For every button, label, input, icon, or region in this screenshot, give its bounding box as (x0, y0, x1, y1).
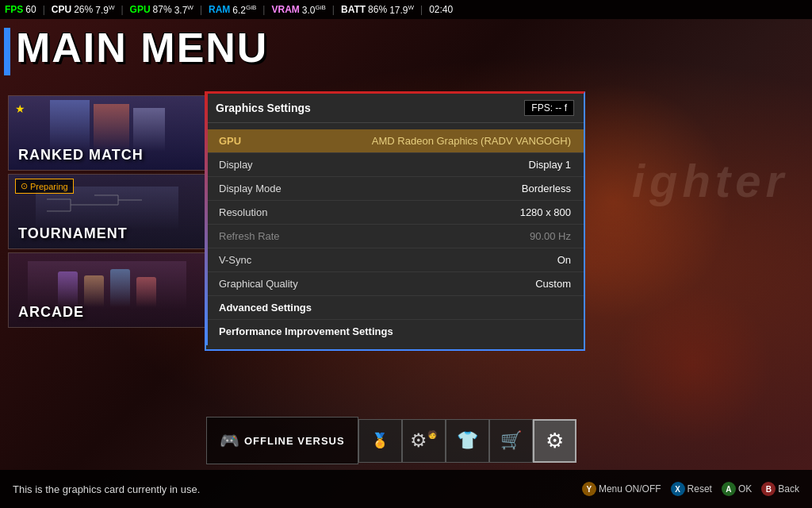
vsync-label: V-Sync (219, 254, 557, 266)
status-text: This is the graphics card currently in u… (13, 483, 200, 495)
shop-icon: 🛒 (500, 430, 522, 451)
gpu-pct: 87% (153, 4, 172, 15)
nav-icon-tournament[interactable]: 🏅 (358, 419, 402, 463)
performance-settings-label: Performance Improvement Settings (219, 325, 571, 337)
fps-value: 60 (25, 4, 36, 15)
ranked-icon: ★ (15, 102, 25, 115)
tournament-label: TOURNAMENT (18, 225, 128, 242)
nav-icon-settings[interactable]: ⚙ (533, 419, 576, 463)
hud-sep-3: | (200, 4, 202, 15)
cpu-label: CPU (52, 4, 71, 15)
arcade-label: ARCADE (18, 304, 84, 321)
nav-icon-customize[interactable]: ⚙🧑 (402, 419, 446, 463)
display-mode-value: Borderless (522, 183, 571, 194)
hud-batt-group: BATT 86% 17.9W (341, 4, 414, 16)
display-mode-label: Display Mode (219, 183, 522, 194)
settings-row-refresh-rate: Refresh Rate 90.00 Hz (206, 225, 584, 248)
gpu-watts: 3.7W (174, 4, 193, 16)
refresh-rate-value: 90.00 Hz (530, 230, 571, 242)
gpu-row-value: AMD Radeon Graphics (RADV VANGOGH) (372, 135, 571, 147)
settings-row-graphical-quality[interactable]: Graphical Quality Custom (206, 272, 584, 296)
graphical-quality-label: Graphical Quality (219, 278, 535, 290)
ranked-characters (9, 96, 205, 152)
hud-sep-5: | (332, 4, 335, 15)
settings-icon: ⚙ (546, 429, 564, 453)
left-menu: ★ RANKED MATCH ⊙ (8, 24, 206, 468)
hud-fps-group: FPS 60 (5, 4, 36, 15)
controller-icon: 🎮 (220, 431, 239, 450)
hud-gpu-group: GPU 87% 3.7W (130, 4, 193, 16)
nav-icon-costume[interactable]: 👕 (446, 419, 489, 463)
dialog-header: Graphics Settings FPS: -- f (206, 94, 584, 123)
fps-badge: FPS: -- f (524, 100, 574, 116)
batt-pct: 86% (368, 4, 387, 15)
vram-val: 3.0GiB (302, 4, 326, 16)
nav-item-offline-versus[interactable]: 🎮 OFFLINE VERSUS (206, 417, 358, 464)
tournament-icon: 🏅 (371, 432, 389, 449)
bottom-nav: 🎮 OFFLINE VERSUS 🏅 ⚙🧑 👕 🛒 ⚙ (206, 413, 812, 468)
settings-row-display[interactable]: Display Display 1 (206, 153, 584, 177)
b-button: B (761, 482, 776, 496)
batt-label: BATT (341, 4, 366, 15)
preparing-badge: ⊙ Preparing (15, 178, 74, 197)
gpu-row-label: GPU (219, 135, 372, 147)
hint-y: Y Menu ON/OFF (582, 482, 661, 496)
vram-label: VRAM (271, 4, 299, 15)
offline-versus-label: OFFLINE VERSUS (244, 435, 345, 447)
hud-bar: FPS 60 | CPU 26% 7.9W | GPU 87% 3.7W | R… (0, 0, 812, 19)
dialog-body: GPU AMD Radeon Graphics (RADV VANGOGH) D… (206, 123, 584, 349)
arcade-characters (9, 253, 205, 309)
ranked-label: RANKED MATCH (18, 147, 144, 164)
nav-icon-shop[interactable]: 🛒 (489, 419, 533, 463)
menu-item-ranked[interactable]: ★ RANKED MATCH (8, 95, 206, 171)
hud-sep-6: | (420, 4, 423, 15)
menu-item-tournament[interactable]: ⊙ Preparing TOURNAMENT (8, 174, 206, 249)
graphical-quality-value: Custom (535, 278, 571, 290)
advanced-settings-label: Advanced Settings (219, 302, 571, 314)
hud-sep-4: | (262, 4, 265, 15)
batt-watts: 17.9W (389, 4, 414, 16)
dialog-title: Graphics Settings (216, 102, 311, 114)
button-hints: Y Menu ON/OFF X Reset A OK B Back (582, 482, 799, 496)
hint-b-label: Back (778, 483, 799, 495)
status-bar: This is the graphics card currently in u… (0, 470, 812, 508)
costume-icon: 👕 (457, 430, 478, 451)
settings-row-vsync[interactable]: V-Sync On (206, 248, 584, 272)
hint-a-label: OK (738, 483, 752, 495)
hud-cpu-group: CPU 26% 7.9W (52, 4, 115, 16)
cpu-watts: 7.9W (95, 4, 114, 16)
settings-row-performance[interactable]: Performance Improvement Settings (206, 320, 584, 343)
settings-row-gpu: GPU AMD Radeon Graphics (RADV VANGOGH) (206, 129, 584, 153)
ram-label: RAM (209, 4, 230, 15)
hint-b: B Back (761, 482, 799, 496)
display-value: Display 1 (529, 159, 571, 171)
gpu-label: GPU (130, 4, 151, 15)
menu-item-arcade[interactable]: ARCADE (8, 252, 206, 328)
hud-ram-group: RAM 6.2GiB (209, 4, 256, 16)
hint-a: A OK (722, 482, 752, 496)
hud-sep-2: | (121, 4, 123, 15)
settings-row-resolution[interactable]: Resolution 1280 x 800 (206, 201, 584, 225)
cpu-pct: 26% (74, 4, 93, 15)
y-button: Y (582, 482, 596, 496)
settings-row-display-mode[interactable]: Display Mode Borderless (206, 177, 584, 201)
vsync-value: On (557, 254, 571, 266)
hud-vram-group: VRAM 3.0GiB (271, 4, 325, 16)
hint-y-label: Menu ON/OFF (599, 483, 661, 495)
x-button: X (671, 482, 685, 496)
hud-time: 02:40 (429, 4, 453, 15)
display-label: Display (219, 159, 529, 171)
resolution-label: Resolution (219, 206, 520, 218)
customize-sub: 🧑 (427, 430, 437, 439)
hint-x: X Reset (671, 482, 712, 496)
fps-label: FPS (5, 4, 23, 15)
customize-icon: ⚙ (410, 429, 427, 452)
dialog-accent (205, 91, 208, 345)
hint-x-label: Reset (688, 483, 712, 495)
settings-row-advanced[interactable]: Advanced Settings (206, 296, 584, 320)
refresh-rate-label: Refresh Rate (219, 230, 530, 242)
ram-val: 6.2GiB (232, 4, 256, 16)
graphics-settings-dialog: Graphics Settings FPS: -- f GPU AMD Rade… (205, 91, 585, 351)
a-button: A (722, 482, 736, 496)
hud-sep-1: | (43, 4, 45, 15)
